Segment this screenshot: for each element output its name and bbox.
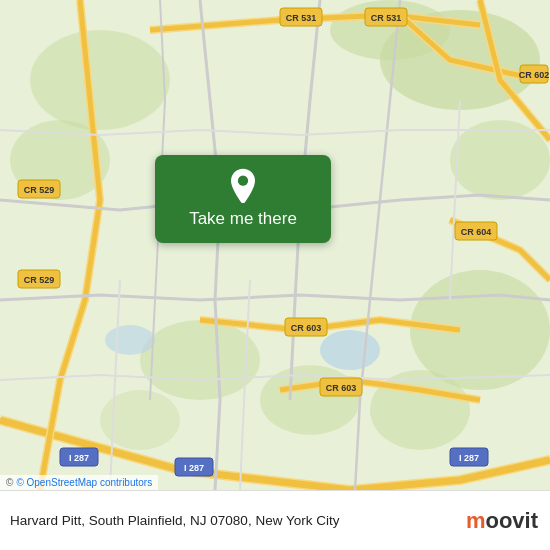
map-container[interactable]: CR 531 CR 531 CR 602 CR 604 CR 529 CR 52… <box>0 0 550 490</box>
svg-point-8 <box>140 320 260 400</box>
svg-point-3 <box>450 120 550 200</box>
svg-text:CR 603: CR 603 <box>291 323 322 333</box>
svg-text:I 287: I 287 <box>184 463 204 473</box>
bottom-bar: Harvard Pitt, South Plainfield, NJ 07080… <box>0 490 550 550</box>
svg-text:CR 602: CR 602 <box>519 70 550 80</box>
copyright-symbol: © <box>6 477 13 488</box>
osm-credit: © OpenStreetMap contributors <box>16 477 152 488</box>
moovit-logo: moovit <box>466 508 538 534</box>
svg-point-35 <box>238 176 248 186</box>
svg-point-11 <box>320 330 380 370</box>
svg-point-12 <box>105 325 155 355</box>
take-me-there-label: Take me there <box>189 209 297 229</box>
location-pin-icon <box>225 167 261 203</box>
address-text: Harvard Pitt, South Plainfield, NJ 07080… <box>10 512 466 530</box>
svg-text:CR 529: CR 529 <box>24 185 55 195</box>
moovit-m-letter: m <box>466 508 486 534</box>
svg-text:I 287: I 287 <box>459 453 479 463</box>
take-me-there-button[interactable]: Take me there <box>155 155 331 243</box>
svg-text:CR 531: CR 531 <box>371 13 402 23</box>
svg-text:CR 531: CR 531 <box>286 13 317 23</box>
svg-text:CR 604: CR 604 <box>461 227 492 237</box>
svg-text:I 287: I 287 <box>69 453 89 463</box>
svg-point-6 <box>30 30 170 130</box>
svg-text:CR 529: CR 529 <box>24 275 55 285</box>
copyright-bar: © © OpenStreetMap contributors <box>0 475 158 490</box>
moovit-rest: oovit <box>485 508 538 534</box>
svg-text:CR 603: CR 603 <box>326 383 357 393</box>
